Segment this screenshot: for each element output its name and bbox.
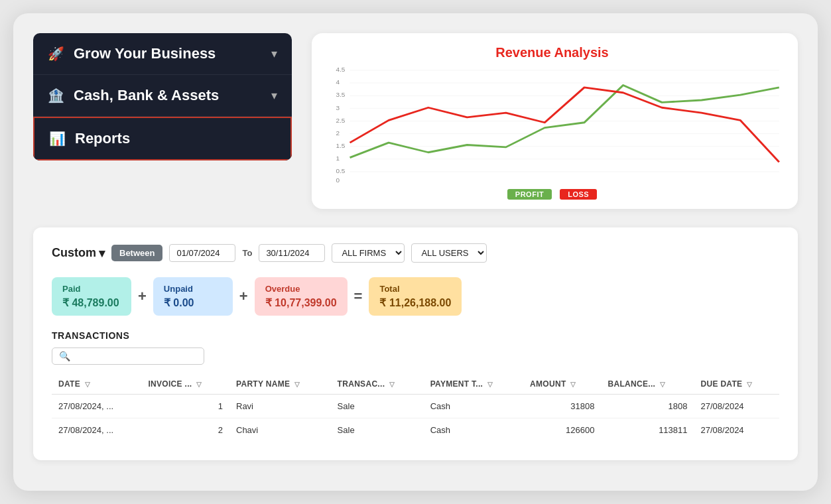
chevron-down-icon: ▾ <box>271 46 277 61</box>
sidebar-item-grow[interactable]: 🚀 Grow Your Business ▾ <box>33 33 292 75</box>
col-amount[interactable]: AMOUNT ▽ <box>523 374 601 395</box>
chart-legend: PROFIT LOSS <box>321 189 783 200</box>
custom-dropdown-button[interactable]: Custom ▾ <box>52 246 105 261</box>
col-invoice[interactable]: INVOICE ... ▽ <box>141 374 229 395</box>
sidebar-item-cash[interactable]: 🏦 Cash, Bank & Assets ▾ <box>33 75 292 117</box>
sidebar-grow-label: Grow Your Business <box>74 45 216 62</box>
filter-icon-date: ▽ <box>85 381 90 388</box>
filter-icon-due: ▽ <box>747 381 752 388</box>
col-due[interactable]: DUE DATE ▽ <box>694 374 779 395</box>
bank-icon: 🏦 <box>48 88 64 103</box>
paid-value: ₹ 48,789.00 <box>62 296 121 309</box>
svg-text:4.5: 4.5 <box>336 66 345 73</box>
bar-chart-icon: 📊 <box>49 131 66 147</box>
filter-icon-payment: ▽ <box>487 381 493 388</box>
revenue-chart-panel: Revenue Analysis 4.5 4 3.5 3 2.5 2 1.5 1… <box>312 33 798 209</box>
total-value: ₹ 11,26,188.00 <box>379 296 451 309</box>
filter-icon-invoice: ▽ <box>196 381 202 388</box>
filter-icon-balance: ▽ <box>660 381 665 388</box>
unpaid-value: ₹ 0.00 <box>164 296 222 309</box>
transactions-title: TRANSACTIONS <box>52 330 779 341</box>
filter-icon-transac: ▽ <box>389 381 395 388</box>
svg-text:1: 1 <box>336 155 340 162</box>
table-row: 27/08/2024, ... 1 Ravi Sale Cash 31808 1… <box>52 395 779 418</box>
unpaid-label: Unpaid <box>164 284 222 294</box>
svg-text:3: 3 <box>336 104 340 111</box>
between-button[interactable]: Between <box>111 245 162 261</box>
paid-label: Paid <box>62 284 121 294</box>
svg-text:0: 0 <box>336 176 340 183</box>
between-label: Between <box>119 248 155 258</box>
sidebar-item-reports[interactable]: 📊 Reports <box>33 117 292 160</box>
filter-icon-party: ▽ <box>294 381 300 388</box>
legend-loss: LOSS <box>560 189 597 200</box>
legend-profit: PROFIT <box>507 189 552 200</box>
sidebar-reports-label: Reports <box>75 130 130 147</box>
col-date[interactable]: DATE ▽ <box>52 374 141 395</box>
col-party[interactable]: PARTY NAME ▽ <box>229 374 331 395</box>
svg-text:0.5: 0.5 <box>336 168 345 174</box>
chevron-down-icon-cash: ▾ <box>271 88 277 103</box>
revenue-chart: 4.5 4 3.5 3 2.5 2 1.5 1 0.5 0 <box>321 64 783 184</box>
rocket-icon: 🚀 <box>48 46 64 62</box>
filter-row: Custom ▾ Between To ALL FIRMS ALL USERS <box>52 243 779 263</box>
date-separator: To <box>242 248 252 258</box>
plus-operator-2: + <box>239 288 248 305</box>
svg-text:1.5: 1.5 <box>336 142 345 149</box>
left-menu: 🚀 Grow Your Business ▾ 🏦 Cash, Bank & As… <box>33 33 292 160</box>
summary-total: Total ₹ 11,26,188.00 <box>369 277 462 316</box>
table-row: 27/08/2024, ... 2 Chavi Sale Cash 126600… <box>52 418 779 442</box>
plus-operator-1: + <box>138 288 147 305</box>
summary-paid: Paid ₹ 48,789.00 <box>52 277 131 316</box>
col-payment[interactable]: PAYMENT T... ▽ <box>424 374 523 395</box>
top-section: 🚀 Grow Your Business ▾ 🏦 Cash, Bank & As… <box>33 33 798 209</box>
search-icon: 🔍 <box>59 351 70 361</box>
col-transac[interactable]: TRANSAC... ▽ <box>331 374 424 395</box>
total-label: Total <box>379 284 451 294</box>
summary-unpaid: Unpaid ₹ 0.00 <box>153 277 233 316</box>
overdue-value: ₹ 10,77,399.00 <box>265 296 337 309</box>
users-select[interactable]: ALL USERS <box>411 243 487 263</box>
summary-row: Paid ₹ 48,789.00 + Unpaid ₹ 0.00 + Overd… <box>52 277 779 316</box>
custom-label: Custom <box>52 246 96 260</box>
equals-operator: = <box>354 288 363 305</box>
transactions-table: DATE ▽ INVOICE ... ▽ PARTY NAME ▽ TRANSA… <box>52 374 779 442</box>
main-card: Custom ▾ Between To ALL FIRMS ALL USERS … <box>33 227 798 460</box>
firms-select[interactable]: ALL FIRMS <box>332 243 405 263</box>
date-from-input[interactable] <box>169 244 235 262</box>
summary-overdue: Overdue ₹ 10,77,399.00 <box>255 277 348 316</box>
svg-text:2.5: 2.5 <box>336 117 345 123</box>
chart-title: Revenue Analysis <box>321 45 783 60</box>
overdue-label: Overdue <box>265 284 337 294</box>
filter-icon-amount: ▽ <box>570 381 576 388</box>
svg-text:3.5: 3.5 <box>336 92 345 98</box>
search-box[interactable]: 🔍 <box>52 347 204 365</box>
sidebar-cash-label: Cash, Bank & Assets <box>74 87 219 104</box>
date-to-input[interactable] <box>259 244 325 262</box>
col-balance[interactable]: BALANCE... ▽ <box>602 374 694 395</box>
main-container: 🚀 Grow Your Business ▾ 🏦 Cash, Bank & As… <box>13 13 818 491</box>
search-input[interactable] <box>74 351 197 361</box>
svg-text:2: 2 <box>336 129 340 136</box>
svg-text:4: 4 <box>336 79 340 86</box>
chevron-custom-icon: ▾ <box>99 246 105 261</box>
